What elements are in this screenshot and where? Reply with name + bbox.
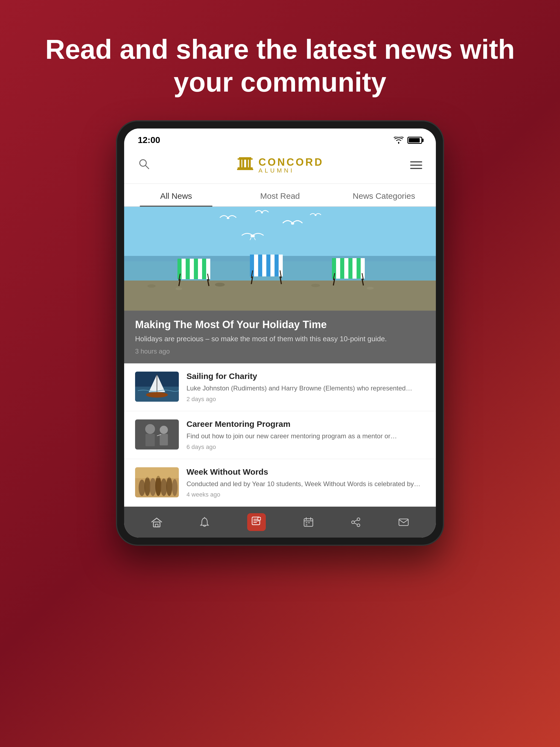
svg-rect-52	[348, 258, 353, 279]
svg-point-63	[315, 215, 316, 216]
nav-home[interactable]	[151, 517, 162, 527]
news-time-1: 2 days ago	[186, 396, 425, 403]
svg-rect-40	[271, 255, 275, 277]
svg-rect-41	[275, 255, 279, 277]
status-icons	[394, 137, 422, 144]
svg-point-80	[144, 477, 150, 496]
nav-mail[interactable]	[399, 518, 409, 526]
news-item[interactable]: Week Without Words Conducted and led by …	[124, 459, 436, 507]
svg-rect-37	[258, 255, 262, 277]
menu-button[interactable]	[410, 161, 422, 169]
logo-name: CONCORD	[258, 156, 324, 168]
news-time-3: 4 weeks ago	[186, 491, 425, 498]
news-title-2: Career Mentoring Program	[186, 419, 425, 429]
svg-rect-72	[135, 419, 179, 449]
tab-news-categories[interactable]: News Categories	[332, 184, 436, 206]
news-thumb-mentoring	[135, 419, 179, 449]
nav-notifications[interactable]	[200, 517, 209, 527]
svg-point-19	[311, 284, 320, 287]
featured-article[interactable]: Making The Most Of Your Holiday Time Hol…	[124, 207, 436, 363]
svg-rect-36	[254, 255, 258, 277]
news-thumb-sailing	[135, 371, 179, 402]
news-title-3: Week Without Words	[186, 467, 425, 476]
svg-rect-9	[238, 168, 253, 169]
svg-point-73	[145, 424, 155, 434]
svg-point-71	[146, 392, 168, 397]
content-area: Making The Most Of Your Holiday Time Hol…	[124, 207, 436, 507]
featured-title: Making The Most Of Your Holiday Time	[135, 319, 425, 331]
svg-rect-23	[182, 259, 186, 279]
svg-point-64	[251, 235, 255, 237]
search-button[interactable]	[138, 158, 150, 173]
svg-point-79	[138, 480, 145, 496]
svg-line-2	[146, 165, 149, 169]
news-excerpt-2: Find out how to join our new career ment…	[186, 432, 425, 441]
wifi-icon	[394, 137, 404, 144]
svg-point-17	[215, 283, 225, 287]
svg-rect-26	[194, 259, 198, 279]
svg-rect-86	[135, 467, 179, 478]
svg-point-81	[150, 478, 156, 496]
news-content-2: Career Mentoring Program Find out how to…	[186, 419, 425, 450]
svg-point-85	[172, 479, 177, 496]
tablet-screen: 12:00	[124, 129, 436, 538]
nav-news[interactable]	[247, 513, 266, 531]
news-excerpt-1: Luke Johnston (Rudiments) and Harry Brow…	[186, 384, 425, 393]
svg-rect-24	[186, 259, 190, 279]
nav-share[interactable]	[351, 517, 361, 527]
svg-point-0	[398, 142, 400, 143]
svg-rect-102	[306, 524, 307, 525]
svg-line-106	[354, 520, 357, 521]
news-item[interactable]: Sailing for Charity Luke Johnston (Rudim…	[124, 363, 436, 411]
svg-rect-27	[198, 259, 202, 279]
svg-rect-38	[262, 255, 266, 277]
logo-text-area: CONCORD ALUMNI	[258, 156, 324, 174]
svg-point-15	[147, 284, 156, 288]
news-time-2: 6 days ago	[186, 443, 425, 450]
tablet-device: 12:00	[116, 120, 444, 546]
svg-point-83	[160, 479, 167, 496]
svg-rect-53	[353, 258, 357, 279]
svg-point-60	[227, 217, 229, 219]
news-thumb-crowd	[135, 467, 179, 497]
svg-point-104	[352, 521, 354, 524]
svg-rect-14	[124, 281, 436, 311]
svg-rect-5	[239, 160, 241, 168]
svg-rect-8	[249, 160, 251, 168]
svg-point-75	[160, 426, 168, 434]
status-bar: 12:00	[124, 129, 436, 150]
svg-point-20	[367, 287, 374, 289]
svg-rect-49	[336, 258, 340, 279]
svg-rect-28	[202, 259, 206, 279]
svg-point-105	[357, 524, 360, 526]
svg-rect-95	[258, 518, 260, 520]
svg-rect-50	[340, 258, 344, 279]
news-title-1: Sailing for Charity	[186, 371, 425, 381]
bottom-navigation	[124, 507, 436, 538]
nav-calendar[interactable]	[304, 517, 313, 527]
svg-rect-76	[160, 434, 168, 445]
news-excerpt-3: Conducted and led by Year 10 students, W…	[186, 479, 425, 489]
svg-point-61	[261, 212, 263, 213]
tab-most-read[interactable]: Most Read	[228, 184, 332, 206]
svg-rect-100	[306, 522, 307, 523]
hamburger-line-3	[410, 168, 422, 169]
news-item[interactable]: Career Mentoring Program Find out how to…	[124, 411, 436, 459]
svg-point-84	[166, 477, 172, 496]
news-tabs: All News Most Read News Categories	[124, 184, 436, 207]
news-content-1: Sailing for Charity Luke Johnston (Rudim…	[186, 371, 425, 403]
featured-time: 3 hours ago	[135, 347, 425, 355]
svg-line-107	[354, 523, 357, 524]
svg-rect-54	[357, 258, 361, 279]
svg-rect-101	[308, 522, 310, 523]
svg-rect-25	[190, 259, 194, 279]
logo-subtitle: ALUMNI	[258, 167, 294, 174]
hamburger-line-2	[410, 164, 422, 166]
battery-icon	[407, 137, 422, 144]
svg-point-62	[291, 223, 294, 225]
svg-rect-10	[237, 169, 253, 170]
news-content-3: Week Without Words Conducted and led by …	[186, 467, 425, 498]
svg-rect-6	[242, 160, 244, 168]
tab-all-news[interactable]: All News	[124, 184, 228, 206]
svg-rect-4	[239, 157, 251, 159]
